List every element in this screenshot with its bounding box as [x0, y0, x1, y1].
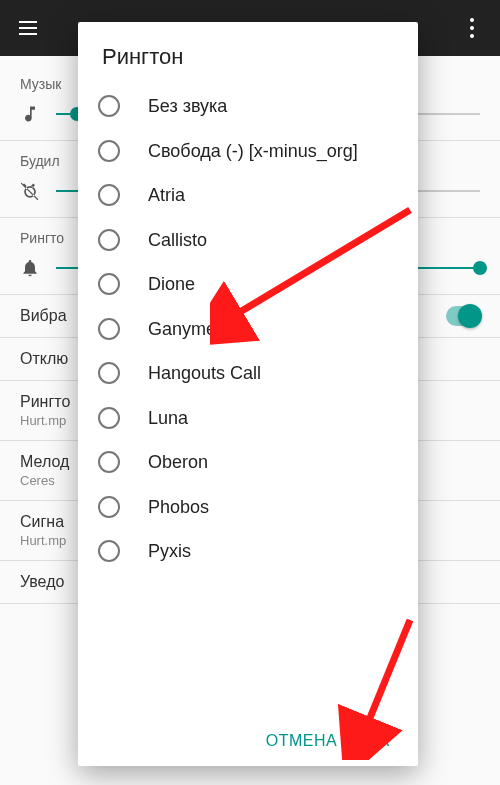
- option-label: Phobos: [148, 496, 209, 519]
- option-label: Oberon: [148, 451, 208, 474]
- vibration-switch[interactable]: [446, 306, 480, 326]
- option-label: Pyxis: [148, 540, 191, 563]
- radio-icon: [98, 95, 120, 117]
- ringtone-option[interactable]: Dione: [86, 262, 410, 307]
- hamburger-icon[interactable]: [16, 16, 40, 40]
- option-label: Ganymede: [148, 318, 236, 341]
- music-note-icon: [20, 104, 40, 124]
- radio-icon: [98, 140, 120, 162]
- radio-icon: [98, 273, 120, 295]
- ringtone-option[interactable]: Callisto: [86, 218, 410, 263]
- ringtone-option[interactable]: Phobos: [86, 485, 410, 530]
- option-label: Dione: [148, 273, 195, 296]
- ringtone-option[interactable]: Atria: [86, 173, 410, 218]
- option-label: Без звука: [148, 95, 227, 118]
- overflow-menu-icon[interactable]: [460, 16, 484, 40]
- alarm-off-icon: [20, 181, 40, 201]
- dialog-title: Рингтон: [78, 22, 418, 84]
- radio-icon: [98, 318, 120, 340]
- radio-icon: [98, 496, 120, 518]
- option-label: Callisto: [148, 229, 207, 252]
- option-label: Hangouts Call: [148, 362, 261, 385]
- radio-icon: [98, 184, 120, 206]
- ringtone-option[interactable]: Hangouts Call: [86, 351, 410, 396]
- option-label: Свобода (-) [x-minus_org]: [148, 140, 358, 163]
- radio-icon: [98, 407, 120, 429]
- ringtone-dialog: Рингтон Без звука Свобода (-) [x-minus_o…: [78, 22, 418, 766]
- dialog-actions: ОТМЕНА ОК: [78, 722, 418, 766]
- radio-icon: [98, 540, 120, 562]
- ringtone-option[interactable]: Ganymede: [86, 307, 410, 352]
- radio-icon: [98, 362, 120, 384]
- bell-icon: [20, 258, 40, 278]
- radio-icon: [98, 229, 120, 251]
- cancel-button[interactable]: ОТМЕНА: [266, 732, 337, 750]
- ringtone-option[interactable]: Свобода (-) [x-minus_org]: [86, 129, 410, 174]
- radio-icon: [98, 451, 120, 473]
- option-label: Luna: [148, 407, 188, 430]
- ringtone-option-list: Без звука Свобода (-) [x-minus_org] Atri…: [78, 84, 418, 722]
- option-label: Atria: [148, 184, 185, 207]
- ok-button[interactable]: ОК: [367, 732, 390, 750]
- ringtone-option[interactable]: Oberon: [86, 440, 410, 485]
- ringtone-option[interactable]: Pyxis: [86, 529, 410, 574]
- ringtone-option[interactable]: Luna: [86, 396, 410, 441]
- ringtone-option[interactable]: Без звука: [86, 84, 410, 129]
